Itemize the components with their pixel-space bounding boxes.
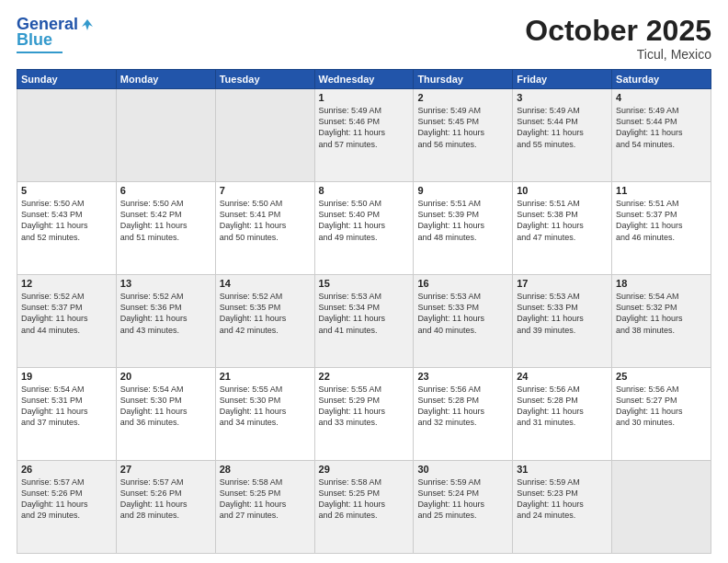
day-number: 29 <box>319 464 410 475</box>
calendar-week-row: 26Sunrise: 5:57 AM Sunset: 5:26 PM Dayli… <box>17 461 711 554</box>
day-number: 12 <box>21 278 112 289</box>
col-header-saturday: Saturday <box>612 70 711 89</box>
svg-marker-0 <box>82 19 93 30</box>
day-number: 6 <box>120 185 211 196</box>
calendar-cell: 15Sunrise: 5:53 AM Sunset: 5:34 PM Dayli… <box>314 275 414 368</box>
calendar-cell: 28Sunrise: 5:58 AM Sunset: 5:25 PM Dayli… <box>215 461 314 554</box>
calendar-cell <box>17 89 117 182</box>
calendar-cell: 6Sunrise: 5:50 AM Sunset: 5:42 PM Daylig… <box>116 182 215 275</box>
calendar-cell: 11Sunrise: 5:51 AM Sunset: 5:37 PM Dayli… <box>612 182 711 275</box>
calendar-cell: 22Sunrise: 5:55 AM Sunset: 5:29 PM Dayli… <box>314 368 414 461</box>
logo-underline <box>17 52 63 53</box>
day-number: 9 <box>417 185 508 196</box>
cell-details: Sunrise: 5:58 AM Sunset: 5:25 PM Dayligh… <box>220 477 311 522</box>
calendar-cell: 18Sunrise: 5:54 AM Sunset: 5:32 PM Dayli… <box>612 275 711 368</box>
day-number: 3 <box>517 92 608 103</box>
day-number: 22 <box>319 371 410 382</box>
calendar-cell: 12Sunrise: 5:52 AM Sunset: 5:37 PM Dayli… <box>17 275 117 368</box>
calendar-cell: 16Sunrise: 5:53 AM Sunset: 5:33 PM Dayli… <box>414 275 513 368</box>
day-number: 23 <box>417 371 508 382</box>
calendar-cell: 17Sunrise: 5:53 AM Sunset: 5:33 PM Dayli… <box>513 275 612 368</box>
calendar-cell: 4Sunrise: 5:49 AM Sunset: 5:44 PM Daylig… <box>612 89 711 182</box>
day-number: 1 <box>319 92 410 103</box>
day-number: 8 <box>319 185 410 196</box>
day-number: 25 <box>616 371 707 382</box>
day-number: 4 <box>616 92 707 103</box>
cell-details: Sunrise: 5:49 AM Sunset: 5:46 PM Dayligh… <box>319 105 410 150</box>
cell-details: Sunrise: 5:52 AM Sunset: 5:36 PM Dayligh… <box>120 291 211 336</box>
calendar-cell: 31Sunrise: 5:59 AM Sunset: 5:23 PM Dayli… <box>513 461 612 554</box>
col-header-monday: Monday <box>116 70 215 89</box>
cell-details: Sunrise: 5:55 AM Sunset: 5:30 PM Dayligh… <box>220 384 311 429</box>
calendar-week-row: 19Sunrise: 5:54 AM Sunset: 5:31 PM Dayli… <box>17 368 711 461</box>
location: Ticul, Mexico <box>525 47 711 62</box>
calendar-cell <box>612 461 711 554</box>
cell-details: Sunrise: 5:54 AM Sunset: 5:30 PM Dayligh… <box>120 384 211 429</box>
day-number: 19 <box>21 371 112 382</box>
calendar-cell: 8Sunrise: 5:50 AM Sunset: 5:40 PM Daylig… <box>314 182 414 275</box>
col-header-sunday: Sunday <box>17 70 117 89</box>
calendar-header-row: SundayMondayTuesdayWednesdayThursdayFrid… <box>17 70 711 89</box>
cell-details: Sunrise: 5:49 AM Sunset: 5:44 PM Dayligh… <box>517 105 608 150</box>
col-header-friday: Friday <box>513 70 612 89</box>
day-number: 27 <box>120 464 211 475</box>
cell-details: Sunrise: 5:49 AM Sunset: 5:45 PM Dayligh… <box>417 105 508 150</box>
calendar-cell <box>215 89 314 182</box>
calendar-cell: 29Sunrise: 5:58 AM Sunset: 5:25 PM Dayli… <box>314 461 414 554</box>
cell-details: Sunrise: 5:57 AM Sunset: 5:26 PM Dayligh… <box>21 477 112 522</box>
day-number: 11 <box>616 185 707 196</box>
calendar-week-row: 1Sunrise: 5:49 AM Sunset: 5:46 PM Daylig… <box>17 89 711 182</box>
day-number: 7 <box>220 185 311 196</box>
day-number: 17 <box>517 278 608 289</box>
day-number: 20 <box>120 371 211 382</box>
logo: General Blue <box>17 15 95 53</box>
calendar-cell: 27Sunrise: 5:57 AM Sunset: 5:26 PM Dayli… <box>116 461 215 554</box>
day-number: 15 <box>319 278 410 289</box>
day-number: 10 <box>517 185 608 196</box>
calendar-cell: 10Sunrise: 5:51 AM Sunset: 5:38 PM Dayli… <box>513 182 612 275</box>
col-header-wednesday: Wednesday <box>314 70 414 89</box>
calendar-table: SundayMondayTuesdayWednesdayThursdayFrid… <box>17 69 711 554</box>
calendar-cell: 24Sunrise: 5:56 AM Sunset: 5:28 PM Dayli… <box>513 368 612 461</box>
cell-details: Sunrise: 5:49 AM Sunset: 5:44 PM Dayligh… <box>616 105 707 150</box>
page: General Blue October 2025 Ticul, Mexico … <box>0 0 728 563</box>
cell-details: Sunrise: 5:59 AM Sunset: 5:23 PM Dayligh… <box>517 477 608 522</box>
logo-blue-text: Blue <box>17 30 52 50</box>
day-number: 14 <box>220 278 311 289</box>
day-number: 21 <box>220 371 311 382</box>
col-header-thursday: Thursday <box>414 70 513 89</box>
cell-details: Sunrise: 5:56 AM Sunset: 5:28 PM Dayligh… <box>417 384 508 429</box>
calendar-cell: 7Sunrise: 5:50 AM Sunset: 5:41 PM Daylig… <box>215 182 314 275</box>
day-number: 24 <box>517 371 608 382</box>
day-number: 16 <box>417 278 508 289</box>
calendar-cell: 23Sunrise: 5:56 AM Sunset: 5:28 PM Dayli… <box>414 368 513 461</box>
cell-details: Sunrise: 5:53 AM Sunset: 5:33 PM Dayligh… <box>417 291 508 336</box>
day-number: 31 <box>517 464 608 475</box>
day-number: 5 <box>21 185 112 196</box>
day-number: 13 <box>120 278 211 289</box>
calendar-cell: 26Sunrise: 5:57 AM Sunset: 5:26 PM Dayli… <box>17 461 117 554</box>
calendar-week-row: 5Sunrise: 5:50 AM Sunset: 5:43 PM Daylig… <box>17 182 711 275</box>
calendar-cell: 3Sunrise: 5:49 AM Sunset: 5:44 PM Daylig… <box>513 89 612 182</box>
calendar-cell: 30Sunrise: 5:59 AM Sunset: 5:24 PM Dayli… <box>414 461 513 554</box>
cell-details: Sunrise: 5:50 AM Sunset: 5:41 PM Dayligh… <box>220 198 311 243</box>
cell-details: Sunrise: 5:50 AM Sunset: 5:42 PM Dayligh… <box>120 198 211 243</box>
cell-details: Sunrise: 5:51 AM Sunset: 5:38 PM Dayligh… <box>517 198 608 243</box>
calendar-cell: 5Sunrise: 5:50 AM Sunset: 5:43 PM Daylig… <box>17 182 117 275</box>
cell-details: Sunrise: 5:59 AM Sunset: 5:24 PM Dayligh… <box>417 477 508 522</box>
calendar-cell: 1Sunrise: 5:49 AM Sunset: 5:46 PM Daylig… <box>314 89 414 182</box>
calendar-week-row: 12Sunrise: 5:52 AM Sunset: 5:37 PM Dayli… <box>17 275 711 368</box>
cell-details: Sunrise: 5:52 AM Sunset: 5:37 PM Dayligh… <box>21 291 112 336</box>
header: General Blue October 2025 Ticul, Mexico <box>17 15 711 62</box>
cell-details: Sunrise: 5:57 AM Sunset: 5:26 PM Dayligh… <box>120 477 211 522</box>
month-title: October 2025 <box>525 15 711 47</box>
title-area: October 2025 Ticul, Mexico <box>525 15 711 62</box>
calendar-cell: 20Sunrise: 5:54 AM Sunset: 5:30 PM Dayli… <box>116 368 215 461</box>
calendar-cell <box>116 89 215 182</box>
day-number: 18 <box>616 278 707 289</box>
calendar-cell: 14Sunrise: 5:52 AM Sunset: 5:35 PM Dayli… <box>215 275 314 368</box>
cell-details: Sunrise: 5:58 AM Sunset: 5:25 PM Dayligh… <box>319 477 410 522</box>
calendar-cell: 21Sunrise: 5:55 AM Sunset: 5:30 PM Dayli… <box>215 368 314 461</box>
cell-details: Sunrise: 5:54 AM Sunset: 5:32 PM Dayligh… <box>616 291 707 336</box>
calendar-cell: 19Sunrise: 5:54 AM Sunset: 5:31 PM Dayli… <box>17 368 117 461</box>
